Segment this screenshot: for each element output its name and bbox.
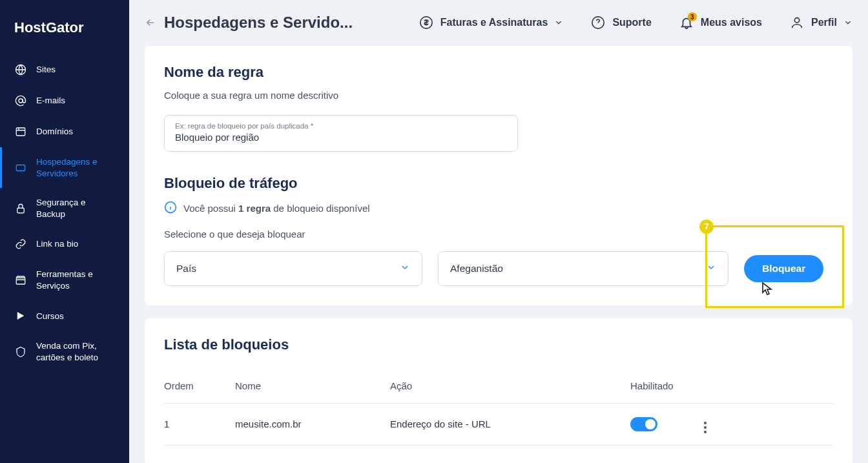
notification-badge: 3 [688, 12, 697, 21]
nav-support[interactable]: Suporte [590, 15, 651, 30]
sidebar-item-label: Segurança e Backup [36, 197, 115, 220]
svg-rect-4 [17, 208, 25, 213]
help-icon [590, 15, 606, 30]
sidebar-item-label: Ferramentas e Serviços [36, 269, 115, 291]
info-bold: 1 regra [238, 203, 271, 214]
sidebar-item-label: Venda com Pix, cartões e boleto [36, 340, 115, 363]
rule-name-field-label: Ex: regra de bloqueio por país duplicada… [175, 122, 507, 130]
sidebar-item-linkbio[interactable]: Link na bio [0, 229, 129, 260]
user-icon [789, 15, 805, 30]
chevron-down-icon [843, 18, 852, 27]
sidebar-item-courses[interactable]: Cursos [0, 300, 129, 331]
sidebar-item-label: Domínios [36, 126, 73, 138]
back-button[interactable] [145, 17, 156, 28]
col-acao: Ação [390, 380, 630, 391]
traffic-block-title: Bloqueio de tráfego [164, 175, 833, 192]
block-list-card: Lista de bloqueios Ordem Nome Ação Habil… [145, 318, 852, 463]
block-type-select[interactable]: País [164, 251, 422, 286]
info-suffix: de bloqueio disponível [271, 203, 369, 214]
lock-icon [14, 202, 27, 215]
enabled-toggle[interactable] [630, 417, 657, 431]
sidebar-item-tools[interactable]: Ferramentas e Serviços [0, 260, 129, 300]
sidebar-item-label: Hospedagens e Servidores [36, 156, 115, 179]
sidebar-item-label: Cursos [36, 311, 64, 322]
traffic-info-row: Você possui 1 regra de bloqueio disponív… [164, 201, 833, 216]
nav-notices-label: Meus avisos [701, 17, 762, 28]
info-prefix: Você possui [183, 203, 238, 214]
sidebar-item-hosting[interactable]: Hospedagens e Servidores [0, 147, 129, 188]
select-prompt: Selecione o que deseja bloquear [164, 229, 833, 240]
cell-nome: meusite.com.br [235, 418, 390, 429]
cell-acao: Endereço do site - URL [390, 418, 630, 429]
sidebar-item-domains[interactable]: Domínios [0, 116, 129, 147]
page-title-text: Hospedagens e Servido... [164, 14, 353, 32]
bell-icon: 3 [679, 15, 694, 30]
sidebar-item-label: Sites [36, 64, 56, 76]
nav-profile-label: Perfil [811, 17, 837, 28]
nav-invoices[interactable]: Faturas e Assinaturas [418, 15, 564, 30]
sidebar-item-sales[interactable]: Venda com Pix, cartões e boleto [0, 331, 129, 372]
svg-rect-5 [16, 278, 25, 284]
rule-name-field[interactable]: Ex: regra de bloqueio por país duplicada… [164, 115, 518, 152]
sidebar: HostGator Sites E-mails Domínios Hospeda… [0, 0, 129, 463]
link-icon [14, 238, 27, 251]
block-list-title: Lista de bloqueios [164, 336, 833, 353]
svg-point-8 [794, 18, 799, 23]
nav-notices[interactable]: 3 Meus avisos [679, 15, 762, 30]
tools-icon [14, 274, 27, 287]
block-value-select[interactable]: Afeganistão [438, 251, 728, 286]
rule-name-input[interactable] [175, 132, 507, 143]
block-type-value: País [176, 263, 196, 274]
server-icon [14, 161, 27, 174]
chevron-down-icon [554, 18, 563, 27]
at-icon [14, 94, 27, 107]
col-nome: Nome [235, 380, 390, 391]
svg-rect-3 [16, 165, 25, 170]
play-icon [14, 309, 27, 322]
svg-point-1 [19, 99, 23, 103]
row-menu-button[interactable] [704, 422, 707, 433]
topbar: Hospedagens e Servido... Faturas e Assin… [129, 0, 868, 46]
sidebar-item-security[interactable]: Segurança e Backup [0, 188, 129, 229]
shield-icon [14, 345, 27, 358]
rule-name-subtitle: Coloque a sua regra um nome descritivo [164, 90, 833, 101]
dollar-icon [418, 15, 434, 30]
globe-icon [14, 63, 27, 76]
cell-ordem: 1 [164, 418, 235, 429]
chevron-down-icon [706, 262, 716, 275]
nav-support-label: Suporte [612, 17, 651, 28]
domain-icon [14, 125, 27, 138]
block-value-value: Afeganistão [450, 263, 503, 274]
info-icon [164, 201, 177, 216]
block-button[interactable]: Bloquear [744, 255, 823, 282]
sidebar-item-emails[interactable]: E-mails [0, 85, 129, 116]
chevron-down-icon [400, 262, 410, 275]
table-row: 1 meusite.com.br Endereço do site - URL [164, 404, 833, 446]
sidebar-item-label: Link na bio [36, 238, 78, 250]
table-header: Ordem Nome Ação Habilitado [164, 369, 833, 404]
col-habilitado: Habilitado [630, 380, 681, 391]
svg-rect-2 [16, 128, 25, 136]
col-ordem: Ordem [164, 380, 235, 391]
sidebar-item-sites[interactable]: Sites [0, 54, 129, 85]
sidebar-item-label: E-mails [36, 95, 65, 107]
brand-logo: HostGator [0, 0, 129, 54]
rule-name-title: Nome da regra [164, 64, 833, 81]
nav-invoices-label: Faturas e Assinaturas [440, 17, 548, 28]
rule-card: Nome da regra Coloque a sua regra um nom… [145, 46, 852, 305]
nav-profile[interactable]: Perfil [789, 15, 852, 30]
